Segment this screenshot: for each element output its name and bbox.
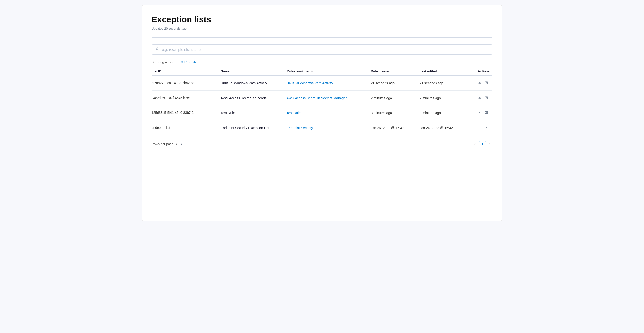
table-row: 8f7ab272-fd01-430a-8b52-8d...Unusual Win…	[152, 76, 492, 91]
actions-cell	[468, 91, 492, 105]
list-id-cell: 125d33a5-5f41-45b0-83b7-2...	[152, 105, 221, 120]
search-bar[interactable]: e.g. Example List Name	[152, 44, 492, 54]
col-name: Name	[221, 67, 287, 76]
rows-per-page-selector[interactable]: Rows per page: 20 ▾	[152, 142, 182, 146]
rows-per-page-value: 20	[176, 142, 180, 146]
download-button[interactable]	[476, 95, 483, 101]
current-page-number[interactable]: 1	[478, 141, 486, 147]
actions-cell	[468, 120, 492, 135]
table-controls: Showing 4 lists | ↻ Refresh	[152, 60, 492, 64]
actions-cell	[468, 105, 492, 120]
name-cell: Unusual Windows Path Activity	[221, 76, 287, 91]
table-footer: Rows per page: 20 ▾ ‹ 1 ›	[152, 141, 492, 148]
showing-count: Showing 4 lists	[152, 60, 174, 64]
svg-rect-3	[485, 97, 488, 99]
table-row: 125d33a5-5f41-45b0-83b7-2...Test RuleTes…	[152, 105, 492, 120]
svg-line-1	[158, 49, 159, 50]
rules-link[interactable]: AWS Access Secret in Secrets Manager	[286, 96, 347, 100]
page-title: Exception lists	[152, 15, 492, 24]
download-button[interactable]	[476, 110, 483, 116]
last-edited-cell: Jan 26, 2022 @ 16:42...	[420, 120, 468, 135]
rules-cell: Unusual Windows Path Activity	[286, 76, 370, 91]
table-header-row: List ID Name Rules assigned to Date crea…	[152, 67, 492, 76]
col-date-created: Date created	[370, 67, 420, 76]
download-button[interactable]	[476, 80, 483, 86]
name-cell: Test Rule	[221, 105, 287, 120]
list-id-cell: 8f7ab272-fd01-430a-8b52-8d...	[152, 76, 221, 91]
rules-link[interactable]: Test Rule	[286, 111, 300, 115]
date-created-cell: 3 minutes ago	[370, 105, 420, 120]
col-actions: Actions	[468, 67, 492, 76]
section-divider	[152, 37, 492, 38]
svg-rect-4	[485, 112, 488, 114]
date-created-cell: 2 minutes ago	[370, 91, 420, 105]
last-edited-cell: 21 seconds ago	[420, 76, 468, 91]
name-cell: Endpoint Security Exception List	[221, 120, 287, 135]
chevron-down-icon: ▾	[181, 142, 182, 146]
col-list-id: List ID	[152, 67, 221, 76]
exception-lists-table: List ID Name Rules assigned to Date crea…	[152, 67, 492, 135]
date-created-cell: 21 seconds ago	[370, 76, 420, 91]
rules-cell: Endpoint Security	[286, 120, 370, 135]
refresh-button[interactable]: ↻ Refresh	[180, 60, 196, 64]
table-row: endpoint_listEndpoint Security Exception…	[152, 120, 492, 135]
col-last-edited: Last edited	[420, 67, 468, 76]
search-placeholder: e.g. Example List Name	[162, 47, 200, 52]
main-container: Exception lists Updated 20 seconds ago e…	[142, 5, 502, 221]
prev-page-button[interactable]: ‹	[472, 141, 478, 148]
name-cell: AWS Access Secret in Secrets ...	[221, 91, 287, 105]
next-page-button[interactable]: ›	[487, 141, 492, 148]
search-icon	[156, 47, 160, 52]
delete-button[interactable]	[483, 80, 490, 86]
controls-separator: |	[176, 60, 177, 64]
date-created-cell: Jan 26, 2022 @ 16:42...	[370, 120, 420, 135]
delete-button[interactable]	[483, 110, 490, 116]
rules-link[interactable]: Endpoint Security	[286, 126, 313, 130]
last-edited-cell: 3 minutes ago	[420, 105, 468, 120]
list-id-cell: 04e2d960-287f-4645-b7ec-9...	[152, 91, 221, 105]
list-id-cell: endpoint_list	[152, 120, 221, 135]
download-button[interactable]	[483, 125, 490, 131]
refresh-label: Refresh	[184, 60, 196, 64]
updated-timestamp: Updated 20 seconds ago	[152, 27, 492, 30]
delete-button[interactable]	[483, 95, 490, 101]
refresh-icon: ↻	[180, 60, 183, 64]
last-edited-cell: 2 minutes ago	[420, 91, 468, 105]
pagination-controls: ‹ 1 ›	[472, 141, 492, 148]
svg-rect-2	[485, 82, 488, 84]
rules-link[interactable]: Unusual Windows Path Activity	[286, 81, 333, 85]
table-row: 04e2d960-287f-4645-b7ec-9...AWS Access S…	[152, 91, 492, 105]
rows-per-page-label: Rows per page:	[152, 142, 174, 146]
actions-cell	[468, 76, 492, 91]
rules-cell: Test Rule	[286, 105, 370, 120]
col-rules-assigned: Rules assigned to	[286, 67, 370, 76]
rules-cell: AWS Access Secret in Secrets Manager	[286, 91, 370, 105]
